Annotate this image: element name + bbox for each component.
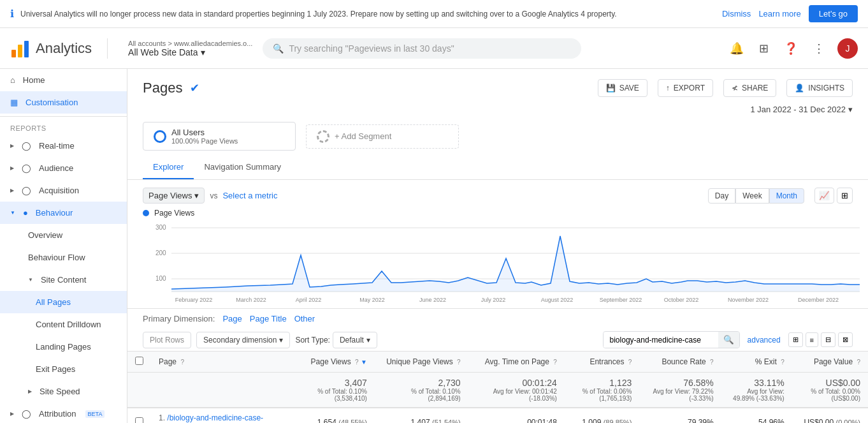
- metric-dropdown[interactable]: Page Views ▾: [143, 188, 205, 204]
- sidebar-item-exit-pages[interactable]: Exit Pages: [0, 358, 127, 380]
- line-chart-button[interactable]: 📈: [814, 188, 834, 204]
- bar-chart-button[interactable]: ⊞: [837, 188, 853, 204]
- svg-text:200: 200: [156, 249, 166, 256]
- sidebar-item-behaviour-flow[interactable]: Behaviour Flow: [0, 246, 127, 269]
- svg-text:300: 300: [156, 224, 166, 231]
- app-title: Analytics: [36, 40, 92, 57]
- all-users-segment[interactable]: All Users 100.00% Page Views: [143, 122, 296, 151]
- col-page-info-icon[interactable]: ?: [180, 359, 184, 366]
- home-icon: ⌂: [10, 75, 15, 85]
- row1-checkbox[interactable]: [135, 417, 143, 423]
- behaviour-icon: ●: [23, 208, 28, 218]
- row1-page-link[interactable]: /biology-and-medicine-case-reports/: [159, 413, 263, 423]
- learn-more-button[interactable]: Learn more: [758, 9, 800, 19]
- sidebar-item-site-content[interactable]: ▼ Site Content: [0, 269, 127, 291]
- expand-icon: ▼: [10, 210, 15, 216]
- col-checkbox: [127, 352, 151, 373]
- save-icon: 💾: [606, 84, 616, 93]
- col-pval-info-icon[interactable]: ?: [857, 359, 860, 366]
- dismiss-button[interactable]: Dismiss: [722, 9, 751, 19]
- pivot-view-button[interactable]: ⊟: [821, 332, 835, 347]
- table-search-box[interactable]: 🔍: [603, 331, 740, 348]
- lets-go-button[interactable]: Let's go: [809, 5, 858, 22]
- property-name[interactable]: All Web Site Data ▾: [128, 47, 252, 57]
- day-button[interactable]: Day: [708, 188, 735, 204]
- sidebar-item-customisation[interactable]: ▦ Customisation: [0, 91, 127, 114]
- export-button[interactable]: ↑ EXPORT: [658, 79, 713, 97]
- col-pv-info-icon[interactable]: ?: [355, 359, 359, 366]
- chart-controls: Page Views ▾ vs Select a metric Day Week…: [127, 180, 868, 206]
- totals-unique-views: 2,730 % of Total: 0.10% (2,894,169): [375, 373, 468, 408]
- sidebar-item-home[interactable]: ⌂ Home: [0, 69, 127, 91]
- col-avg-time: Avg. Time on Page ?: [468, 352, 565, 373]
- tab-navigation-summary[interactable]: Navigation Summary: [194, 156, 291, 179]
- col-uv-info-icon[interactable]: ?: [457, 359, 461, 366]
- row1-br: 79.39%: [639, 408, 721, 423]
- sidebar-item-realtime[interactable]: ▶ ◯ Real-time: [0, 135, 127, 157]
- dim-page-title[interactable]: Page Title: [250, 314, 287, 323]
- date-range-button[interactable]: 1 Jan 2022 - 31 Dec 2022 ▾: [750, 105, 853, 114]
- svg-rect-1: [18, 45, 22, 57]
- apps-button[interactable]: ⊞: [756, 39, 771, 58]
- user-avatar[interactable]: J: [837, 38, 858, 59]
- property-selector[interactable]: All accounts > www.alliedacademies.o... …: [128, 40, 252, 57]
- expand-icon: ▶: [10, 188, 14, 193]
- sidebar-item-audience[interactable]: ▶ ◯ Audience: [0, 157, 127, 179]
- comparison-view-button[interactable]: ≡: [806, 332, 818, 347]
- col-page-views: Page Views ? ▼: [291, 352, 374, 373]
- row1-uv: 1,407 (51.54%): [375, 408, 468, 423]
- dim-page[interactable]: Page: [222, 314, 242, 323]
- sidebar-item-content-drilldown[interactable]: Content Drilldown: [0, 313, 127, 336]
- sidebar-item-overview[interactable]: Overview: [0, 224, 127, 246]
- chevron-down-icon: ▾: [848, 105, 853, 114]
- search-submit-button[interactable]: 🔍: [718, 332, 739, 348]
- totals-avg-time: 00:01:24 Avg for View: 00:01:42 (-18.03%…: [468, 373, 565, 408]
- plot-rows-button[interactable]: Plot Rows: [143, 332, 191, 348]
- lifetimevalue-view-button[interactable]: ⊠: [838, 332, 853, 347]
- help-button[interactable]: ❓: [781, 39, 800, 58]
- col-en-info-icon[interactable]: ?: [628, 359, 632, 366]
- chevron-down-icon: ▾: [366, 336, 370, 345]
- dim-other[interactable]: Other: [294, 314, 315, 323]
- notifications-button[interactable]: 🔔: [727, 39, 746, 58]
- primary-dim-label: Primary Dimension:: [143, 314, 215, 323]
- expand-icon: ▶: [28, 389, 32, 394]
- week-button[interactable]: Week: [735, 188, 769, 204]
- legend-dot: [143, 210, 149, 216]
- header-actions: 🔔 ⊞ ❓ ⋮ J: [727, 38, 858, 59]
- add-segment-pill[interactable]: + Add Segment: [306, 124, 459, 149]
- row1-cb[interactable]: [127, 408, 151, 423]
- sort-default-dropdown[interactable]: Default ▾: [333, 332, 377, 348]
- sidebar-item-all-pages[interactable]: All Pages: [0, 291, 127, 313]
- attribution-icon: ◯: [22, 409, 31, 419]
- select-all-checkbox[interactable]: [135, 357, 143, 365]
- chart-legend: Page Views: [143, 206, 853, 220]
- sidebar-item-behaviour[interactable]: ▼ ● Behaviour: [0, 202, 127, 224]
- sidebar-item-landing-pages[interactable]: Landing Pages: [0, 336, 127, 358]
- tab-explorer[interactable]: Explorer: [143, 156, 194, 179]
- chevron-down-icon: ▾: [194, 191, 199, 200]
- month-button[interactable]: Month: [769, 188, 804, 204]
- totals-cb: [127, 373, 151, 408]
- search-bar[interactable]: 🔍 Try searching "Pageviews in last 30 da…: [263, 38, 581, 59]
- sidebar-item-acquisition[interactable]: ▶ ◯ Acquisition: [0, 179, 127, 202]
- select-metric-link[interactable]: Select a metric: [222, 191, 277, 200]
- more-options-button[interactable]: ⋮: [811, 39, 827, 58]
- data-table-view-button[interactable]: ⊞: [788, 332, 803, 347]
- svg-text:February 2022: February 2022: [175, 297, 213, 303]
- sidebar-item-attribution[interactable]: ▶ ◯ Attribution BETA: [0, 403, 127, 423]
- secondary-dimension-button[interactable]: Secondary dimension ▾: [196, 332, 290, 348]
- sidebar-item-site-speed[interactable]: ▶ Site Speed: [0, 380, 127, 403]
- col-at-info-icon[interactable]: ?: [553, 359, 557, 366]
- svg-text:April 2022: April 2022: [296, 297, 322, 303]
- advanced-link[interactable]: advanced: [748, 336, 781, 345]
- search-input[interactable]: [604, 332, 718, 348]
- segments-bar: All Users 100.00% Page Views + Add Segme…: [127, 117, 868, 156]
- share-icon: ≮: [732, 84, 738, 93]
- share-button[interactable]: ≮ SHARE: [723, 79, 776, 97]
- col-ex-info-icon[interactable]: ?: [781, 359, 785, 366]
- row1-at: 00:01:48: [468, 408, 565, 423]
- col-br-info-icon[interactable]: ?: [710, 359, 714, 366]
- insights-button[interactable]: 👤 INSIGHTS: [786, 79, 853, 97]
- save-button[interactable]: 💾 SAVE: [598, 79, 647, 97]
